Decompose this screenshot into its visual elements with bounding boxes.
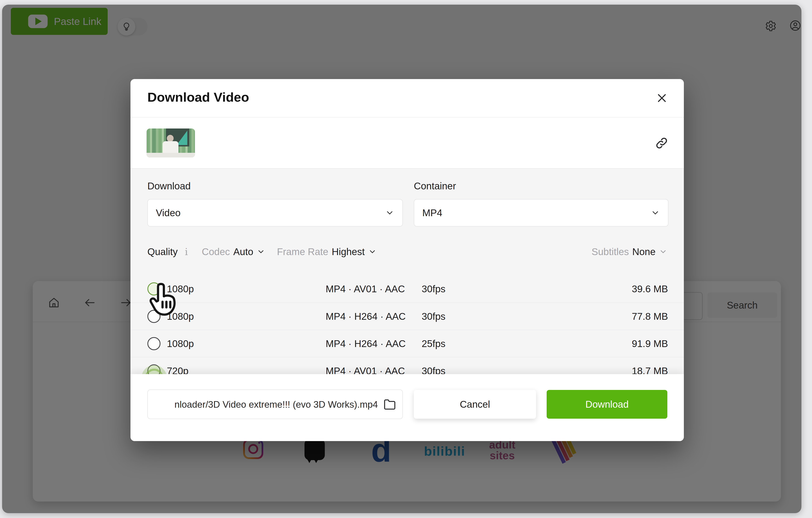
modal-body: Download Container Video MP4 Quality i C… (130, 168, 684, 374)
chevron-down-icon (651, 208, 660, 217)
format-row[interactable]: 1080p MP4 · H264 · AAC 25fps 91.9 MB (130, 330, 684, 357)
download-select-label: Download (147, 180, 191, 192)
browse-folder-button[interactable] (383, 398, 396, 411)
format-row[interactable]: 1080p MP4 · AV01 · AAC 30fps 39.6 MB (130, 275, 684, 302)
folder-icon (384, 398, 396, 410)
video-info-row: 3D Video extreme!!! (evo 3D Works) 02:10 (130, 118, 684, 168)
quality-filter-row: Quality i Codec Auto Frame Rate Highest … (147, 245, 667, 258)
chevron-down-icon (385, 208, 395, 217)
close-button[interactable] (655, 91, 669, 105)
modal-title: Download Video (147, 90, 249, 104)
format-list: 1080p MP4 · AV01 · AAC 30fps 39.6 MB 108… (130, 275, 684, 384)
chevron-down-icon (257, 247, 265, 256)
copy-link-button[interactable] (655, 136, 669, 150)
save-path-input[interactable]: nloader/3D Video extreme!!! (evo 3D Work… (147, 390, 403, 419)
download-type-select[interactable]: Video (147, 199, 403, 226)
download-button[interactable]: Download (547, 390, 667, 419)
chevron-down-icon (368, 247, 377, 256)
frame-rate-dropdown[interactable]: Frame Rate Highest (277, 246, 377, 257)
container-select[interactable]: MP4 (414, 199, 668, 226)
modal-footer: nloader/3D Video extreme!!! (evo 3D Work… (130, 374, 684, 441)
link-icon (655, 136, 669, 150)
cancel-button[interactable]: Cancel (414, 390, 536, 419)
container-select-label: Container (414, 180, 456, 192)
save-path-value: nloader/3D Video extreme!!! (evo 3D Work… (174, 399, 378, 410)
modal-header: Download Video (130, 79, 684, 118)
video-thumbnail (147, 128, 195, 157)
quality-label: Quality (147, 246, 178, 257)
quality-info-icon[interactable]: i (185, 246, 188, 257)
close-icon (655, 91, 669, 105)
codec-dropdown[interactable]: Codec Auto (202, 246, 265, 257)
chevron-down-icon (659, 247, 667, 256)
subtitles-dropdown[interactable]: Subtitles None (592, 246, 667, 257)
hand-click-cursor-icon (147, 283, 178, 319)
download-video-modal: Download Video 3D Video extreme!!! (evo … (130, 79, 684, 441)
format-row[interactable]: 1080p MP4 · H264 · AAC 30fps 77.8 MB (130, 302, 684, 330)
format-radio[interactable] (147, 337, 161, 350)
